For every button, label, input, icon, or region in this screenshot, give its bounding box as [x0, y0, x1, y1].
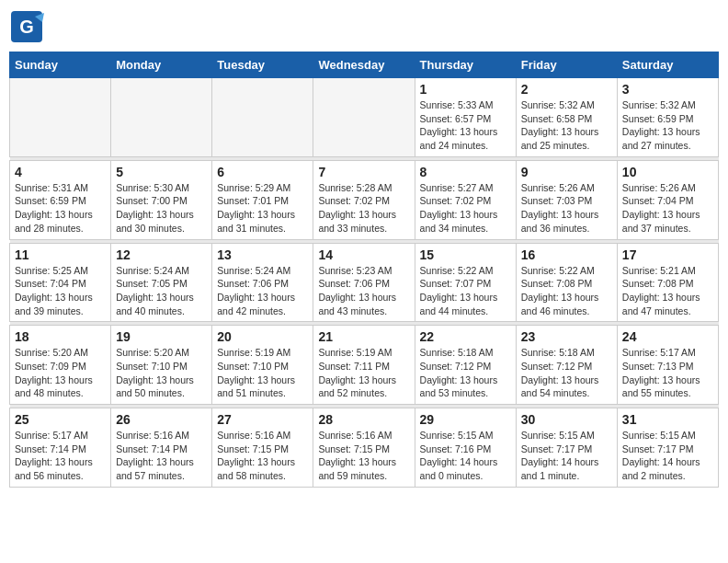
- calendar-day-cell: 29Sunrise: 5:15 AMSunset: 7:16 PMDayligh…: [415, 408, 516, 488]
- day-number: 25: [15, 412, 106, 427]
- day-info: Sunrise: 5:17 AMSunset: 7:14 PMDaylight:…: [15, 429, 106, 483]
- day-number: 13: [217, 247, 308, 262]
- day-info: Sunrise: 5:15 AMSunset: 7:17 PMDaylight:…: [521, 429, 612, 483]
- day-number: 15: [420, 247, 511, 262]
- calendar-day-cell: 20Sunrise: 5:19 AMSunset: 7:10 PMDayligh…: [212, 326, 313, 405]
- calendar-day-cell: 24Sunrise: 5:17 AMSunset: 7:13 PMDayligh…: [617, 326, 718, 405]
- calendar-day-cell: 6Sunrise: 5:29 AMSunset: 7:01 PMDaylight…: [212, 160, 313, 239]
- calendar-day-cell: 19Sunrise: 5:20 AMSunset: 7:10 PMDayligh…: [111, 326, 212, 405]
- day-info: Sunrise: 5:23 AMSunset: 7:06 PMDaylight:…: [318, 264, 409, 318]
- day-info: Sunrise: 5:20 AMSunset: 7:09 PMDaylight:…: [15, 346, 106, 400]
- calendar-day-cell: 28Sunrise: 5:16 AMSunset: 7:15 PMDayligh…: [313, 408, 415, 488]
- header-tuesday: Tuesday: [212, 52, 313, 78]
- calendar-day-cell: 5Sunrise: 5:30 AMSunset: 7:00 PMDaylight…: [111, 160, 212, 239]
- day-number: 30: [521, 412, 612, 427]
- header: G: [9, 9, 719, 44]
- svg-text:G: G: [19, 17, 34, 37]
- day-info: Sunrise: 5:18 AMSunset: 7:12 PMDaylight:…: [521, 346, 612, 400]
- day-number: 21: [318, 329, 409, 344]
- weekday-header-row: Sunday Monday Tuesday Wednesday Thursday…: [10, 52, 719, 78]
- day-info: Sunrise: 5:31 AMSunset: 6:59 PMDaylight:…: [15, 181, 106, 236]
- page-container: G Sunday Monday Tuesday Wednesday Thursd…: [9, 9, 719, 488]
- day-info: Sunrise: 5:30 AMSunset: 7:00 PMDaylight:…: [116, 181, 207, 236]
- calendar-day-cell: 30Sunrise: 5:15 AMSunset: 7:17 PMDayligh…: [516, 408, 617, 488]
- day-info: Sunrise: 5:20 AMSunset: 7:10 PMDaylight:…: [116, 346, 207, 400]
- calendar-day-cell: 4Sunrise: 5:31 AMSunset: 6:59 PMDaylight…: [10, 160, 111, 239]
- calendar-week-row: 1Sunrise: 5:33 AMSunset: 6:57 PMDaylight…: [10, 78, 719, 157]
- day-info: Sunrise: 5:17 AMSunset: 7:13 PMDaylight:…: [622, 346, 713, 400]
- day-info: Sunrise: 5:18 AMSunset: 7:12 PMDaylight:…: [420, 346, 511, 400]
- day-number: 16: [521, 247, 612, 262]
- calendar-day-cell: 23Sunrise: 5:18 AMSunset: 7:12 PMDayligh…: [516, 326, 617, 405]
- calendar-day-cell: 22Sunrise: 5:18 AMSunset: 7:12 PMDayligh…: [415, 326, 516, 405]
- day-number: 4: [15, 165, 106, 179]
- day-number: 1: [420, 82, 511, 97]
- day-number: 20: [217, 329, 308, 344]
- logo: G: [9, 9, 48, 44]
- calendar-day-cell: [313, 78, 415, 157]
- calendar-day-cell: 7Sunrise: 5:28 AMSunset: 7:02 PMDaylight…: [313, 160, 415, 239]
- day-number: 14: [318, 247, 409, 262]
- calendar-day-cell: 15Sunrise: 5:22 AMSunset: 7:07 PMDayligh…: [415, 243, 516, 322]
- calendar-day-cell: [111, 78, 212, 157]
- day-info: Sunrise: 5:21 AMSunset: 7:08 PMDaylight:…: [622, 264, 713, 318]
- day-info: Sunrise: 5:22 AMSunset: 7:07 PMDaylight:…: [420, 264, 511, 318]
- day-info: Sunrise: 5:28 AMSunset: 7:02 PMDaylight:…: [318, 181, 409, 236]
- day-number: 17: [622, 247, 713, 262]
- day-number: 8: [420, 165, 511, 179]
- calendar-day-cell: 1Sunrise: 5:33 AMSunset: 6:57 PMDaylight…: [415, 78, 516, 157]
- day-info: Sunrise: 5:32 AMSunset: 6:58 PMDaylight:…: [521, 98, 612, 153]
- day-info: Sunrise: 5:19 AMSunset: 7:11 PMDaylight:…: [318, 346, 409, 400]
- header-wednesday: Wednesday: [313, 52, 415, 78]
- calendar-week-row: 25Sunrise: 5:17 AMSunset: 7:14 PMDayligh…: [10, 408, 719, 488]
- day-info: Sunrise: 5:25 AMSunset: 7:04 PMDaylight:…: [15, 264, 106, 318]
- day-info: Sunrise: 5:33 AMSunset: 6:57 PMDaylight:…: [420, 98, 511, 153]
- day-info: Sunrise: 5:24 AMSunset: 7:05 PMDaylight:…: [116, 264, 207, 318]
- day-number: 19: [116, 329, 207, 344]
- day-number: 24: [622, 329, 713, 344]
- calendar-week-row: 11Sunrise: 5:25 AMSunset: 7:04 PMDayligh…: [10, 243, 719, 322]
- header-friday: Friday: [516, 52, 617, 78]
- day-number: 29: [420, 412, 511, 427]
- day-number: 31: [622, 412, 713, 427]
- day-number: 26: [116, 412, 207, 427]
- calendar-day-cell: 31Sunrise: 5:15 AMSunset: 7:17 PMDayligh…: [617, 408, 718, 488]
- calendar-day-cell: 12Sunrise: 5:24 AMSunset: 7:05 PMDayligh…: [111, 243, 212, 322]
- day-info: Sunrise: 5:24 AMSunset: 7:06 PMDaylight:…: [217, 264, 308, 318]
- header-saturday: Saturday: [617, 52, 718, 78]
- calendar-day-cell: [10, 78, 111, 157]
- calendar-day-cell: 21Sunrise: 5:19 AMSunset: 7:11 PMDayligh…: [313, 326, 415, 405]
- day-number: 7: [318, 165, 409, 179]
- day-info: Sunrise: 5:15 AMSunset: 7:17 PMDaylight:…: [622, 429, 713, 483]
- day-number: 28: [318, 412, 409, 427]
- day-info: Sunrise: 5:22 AMSunset: 7:08 PMDaylight:…: [521, 264, 612, 318]
- day-info: Sunrise: 5:27 AMSunset: 7:02 PMDaylight:…: [420, 181, 511, 236]
- day-number: 23: [521, 329, 612, 344]
- day-info: Sunrise: 5:32 AMSunset: 6:59 PMDaylight:…: [622, 98, 713, 153]
- calendar-day-cell: 25Sunrise: 5:17 AMSunset: 7:14 PMDayligh…: [10, 408, 111, 488]
- calendar-day-cell: 8Sunrise: 5:27 AMSunset: 7:02 PMDaylight…: [415, 160, 516, 239]
- day-number: 3: [622, 82, 713, 97]
- header-monday: Monday: [111, 52, 212, 78]
- calendar-week-row: 18Sunrise: 5:20 AMSunset: 7:09 PMDayligh…: [10, 326, 719, 405]
- calendar-day-cell: 14Sunrise: 5:23 AMSunset: 7:06 PMDayligh…: [313, 243, 415, 322]
- day-number: 10: [622, 165, 713, 179]
- day-number: 27: [217, 412, 308, 427]
- header-sunday: Sunday: [10, 52, 111, 78]
- calendar-week-row: 4Sunrise: 5:31 AMSunset: 6:59 PMDaylight…: [10, 160, 719, 239]
- calendar-day-cell: 10Sunrise: 5:26 AMSunset: 7:04 PMDayligh…: [617, 160, 718, 239]
- day-info: Sunrise: 5:16 AMSunset: 7:15 PMDaylight:…: [318, 429, 409, 483]
- calendar-day-cell: 13Sunrise: 5:24 AMSunset: 7:06 PMDayligh…: [212, 243, 313, 322]
- day-number: 11: [15, 247, 106, 262]
- day-number: 9: [521, 165, 612, 179]
- day-info: Sunrise: 5:26 AMSunset: 7:04 PMDaylight:…: [622, 181, 713, 236]
- day-info: Sunrise: 5:16 AMSunset: 7:15 PMDaylight:…: [217, 429, 308, 483]
- day-number: 5: [116, 165, 207, 179]
- calendar-day-cell: 17Sunrise: 5:21 AMSunset: 7:08 PMDayligh…: [617, 243, 718, 322]
- day-number: 12: [116, 247, 207, 262]
- day-info: Sunrise: 5:29 AMSunset: 7:01 PMDaylight:…: [217, 181, 308, 236]
- day-info: Sunrise: 5:19 AMSunset: 7:10 PMDaylight:…: [217, 346, 308, 400]
- calendar-day-cell: 11Sunrise: 5:25 AMSunset: 7:04 PMDayligh…: [10, 243, 111, 322]
- day-number: 18: [15, 329, 106, 344]
- calendar-day-cell: 26Sunrise: 5:16 AMSunset: 7:14 PMDayligh…: [111, 408, 212, 488]
